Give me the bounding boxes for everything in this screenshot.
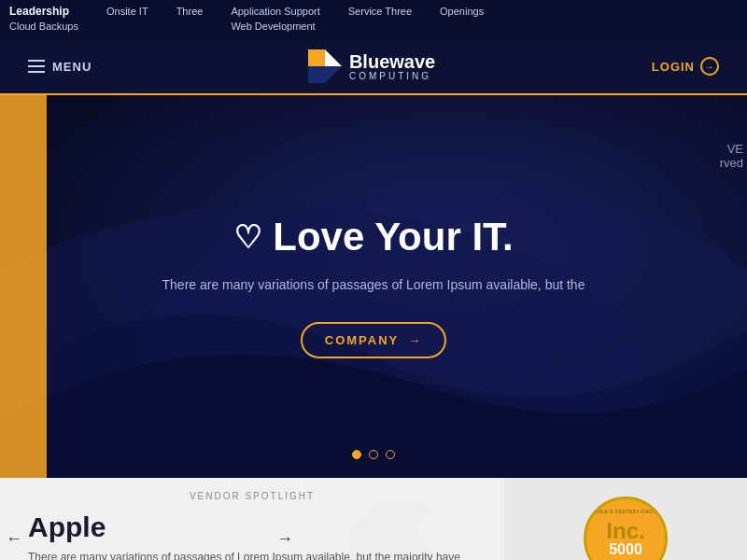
logo-icon bbox=[308, 49, 342, 83]
top-navigation: Leadership Cloud Backups Onsite IT Three… bbox=[0, 0, 747, 39]
nav-item-cloud-backups[interactable]: Cloud Backups bbox=[9, 19, 78, 34]
vendor-spotlight-label: VENDOR SPOTLIGHT bbox=[190, 491, 315, 501]
inc-top-text: AMERICA'S FASTEST-GROWING bbox=[584, 509, 668, 514]
nav-item-leadership[interactable]: Leadership bbox=[9, 4, 78, 19]
nav-item-service-three[interactable]: Service Three bbox=[348, 4, 412, 19]
nav-item-openings[interactable]: Openings bbox=[440, 4, 484, 19]
inc-logo-text: Inc. bbox=[606, 520, 644, 542]
inc-number: 5000 bbox=[606, 542, 644, 557]
hero-title: ♡ Love Your IT. bbox=[162, 215, 585, 259]
hero-desc-line1: There are many variations of passages of… bbox=[162, 274, 585, 295]
heart-icon: ♡ bbox=[233, 218, 261, 256]
nav-group-openings: Openings bbox=[440, 0, 484, 19]
nav-group-leadership: Leadership Cloud Backups bbox=[9, 0, 78, 34]
nav-group-onsite: Onsite IT bbox=[106, 0, 148, 19]
logo-name: Bluewave bbox=[349, 52, 435, 71]
nav-item-onsite-it[interactable]: Onsite IT bbox=[106, 4, 148, 19]
carousel-next-arrow[interactable]: → bbox=[276, 529, 293, 549]
inc-badge-content: Inc. 5000 bbox=[606, 520, 644, 557]
carousel-dot-1[interactable] bbox=[352, 450, 361, 459]
hamburger-icon bbox=[28, 60, 45, 73]
menu-label: MENU bbox=[52, 60, 92, 74]
inc-5000-badge: AMERICA'S FASTEST-GROWING Inc. 5000 PRIV… bbox=[584, 497, 668, 560]
hero-section: VE rved ♡ Love Your IT. There are many v… bbox=[0, 95, 747, 478]
hero-carousel-dots bbox=[352, 450, 395, 459]
nav-item-app-support[interactable]: Application Support bbox=[231, 4, 319, 19]
nav-group-app-support: Application Support Web Development bbox=[231, 0, 319, 34]
company-cta-button[interactable]: COMPANY → bbox=[301, 322, 446, 358]
nav-group-three: Three bbox=[176, 0, 204, 19]
nav-item-three[interactable]: Three bbox=[176, 4, 204, 19]
hero-description: There are many variations of passages of… bbox=[162, 274, 585, 295]
cta-arrow-icon: → bbox=[408, 333, 422, 347]
carousel-dot-2[interactable] bbox=[369, 450, 378, 459]
svg-marker-2 bbox=[325, 49, 342, 66]
login-arrow-icon: → bbox=[700, 57, 719, 76]
hero-content: ♡ Love Your IT. There are many variation… bbox=[125, 215, 623, 357]
bottom-section: VENDOR SPOTLIGHT Apple There are many va… bbox=[0, 478, 747, 560]
hero-title-text: Love Your IT. bbox=[273, 215, 514, 259]
hero-left-accent bbox=[0, 95, 47, 478]
carousel-dot-3[interactable] bbox=[386, 450, 395, 459]
nav-group-service-three: Service Three bbox=[348, 0, 412, 19]
vendor-spotlight-panel: VENDOR SPOTLIGHT Apple There are many va… bbox=[0, 478, 504, 560]
cta-label: COMPANY bbox=[325, 333, 399, 347]
carousel-prev-arrow[interactable]: ← bbox=[6, 529, 22, 549]
login-button[interactable]: LOGIN → bbox=[652, 57, 719, 76]
right-peek-line1: VE bbox=[720, 142, 743, 156]
logo[interactable]: Bluewave COMPUTING bbox=[308, 49, 435, 83]
nav-item-web-dev[interactable]: Web Development bbox=[231, 19, 319, 34]
apple-logo-bg bbox=[336, 487, 448, 560]
login-label: LOGIN bbox=[652, 60, 695, 74]
menu-button[interactable]: MENU bbox=[28, 60, 92, 74]
logo-text: Bluewave COMPUTING bbox=[349, 52, 435, 81]
logo-sub: COMPUTING bbox=[349, 71, 435, 81]
svg-marker-1 bbox=[308, 49, 325, 66]
inc-badge-panel: AMERICA'S FASTEST-GROWING Inc. 5000 PRIV… bbox=[504, 478, 747, 560]
hero-right-text: VE rved bbox=[720, 142, 747, 170]
main-header: MENU Bluewave COMPUTING LOGIN → bbox=[0, 39, 747, 95]
right-peek-line2: rved bbox=[720, 156, 743, 170]
